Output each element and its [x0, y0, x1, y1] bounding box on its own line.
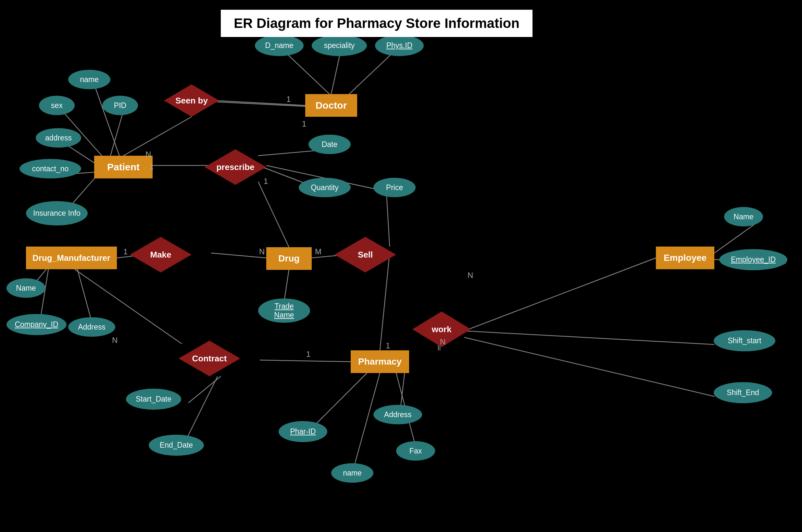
card-seen-doctor: 1 [286, 95, 291, 104]
attr-emp-name: Name [724, 207, 763, 226]
attr-dname: D_name [255, 35, 304, 56]
attr-name: name [68, 70, 110, 89]
svg-line-8 [347, 50, 396, 96]
svg-line-17 [211, 253, 266, 258]
svg-line-11 [217, 102, 306, 107]
entity-drug: Drug [266, 247, 312, 270]
svg-line-6 [282, 50, 331, 96]
svg-line-10 [123, 117, 192, 156]
attr-quantity: Quantity [299, 178, 351, 197]
attr-contact: contact_no [19, 159, 81, 178]
attr-trade-name: Trade Name [258, 299, 310, 323]
attr-phar-fax: Fax [396, 441, 435, 461]
attr-company-id: Company_ID [6, 314, 67, 335]
card-make-drug: N [259, 247, 265, 256]
card-seen-patient-1: 1 [302, 119, 306, 129]
svg-line-24 [380, 253, 390, 350]
card-make-mfr: 1 [123, 247, 128, 256]
attr-shift-end: Shift_End [714, 382, 772, 403]
card-contract-phar: 1 [306, 350, 310, 359]
svg-line-23 [284, 269, 289, 302]
attr-phar-id: Phar-ID [278, 421, 327, 442]
attr-date: Date [308, 135, 351, 154]
attr-address-patient: address [36, 128, 81, 148]
entity-patient: Patient [94, 156, 152, 178]
attr-phar-address: Address [373, 405, 422, 424]
svg-line-36 [464, 258, 656, 331]
entity-employee: Employee [656, 247, 714, 269]
card-work-emp: N [468, 271, 473, 280]
card-prescribe-1: 1 [149, 162, 153, 171]
svg-line-16 [258, 182, 289, 247]
svg-line-40 [464, 337, 714, 396]
attr-start-date: Start_Date [126, 388, 181, 410]
attr-sex: sex [39, 96, 75, 115]
attr-phar-name: name [331, 463, 373, 483]
svg-line-9 [216, 100, 305, 106]
card-prescribe-drug: 1 [263, 177, 268, 186]
card-prescribe-n: N [145, 150, 151, 159]
attr-employee-id: Employee_ID [719, 249, 787, 270]
attr-phys-id: Phys.ID [375, 35, 424, 56]
attr-end-date: End_Date [149, 435, 204, 456]
entity-doctor: Doctor [305, 94, 357, 117]
svg-line-7 [331, 50, 341, 94]
entity-drug-mfr: Drug_Manufacturer [26, 247, 117, 269]
attr-mfr-address: Address [68, 317, 115, 337]
attr-pid: PID [102, 96, 138, 115]
svg-line-31 [354, 373, 380, 467]
card-work-phar-1: 1 [386, 341, 390, 350]
diagram-title: ER Diagram for Pharmacy Store Informatio… [221, 10, 532, 37]
svg-line-39 [464, 331, 714, 344]
attr-speciality: speciality [312, 35, 367, 56]
svg-line-25 [386, 191, 390, 247]
card-sell-drug: M [315, 247, 322, 256]
attr-shift-start: Shift_start [714, 330, 776, 351]
attr-price: Price [373, 178, 416, 197]
entity-pharmacy: Pharmacy [351, 350, 409, 373]
card-contract-mfr: N [112, 336, 117, 345]
card-work-phar-n: N [440, 337, 445, 346]
attr-mfr-name: Name [6, 278, 45, 298]
svg-line-27 [260, 360, 351, 362]
attr-insurance: Insurance Info [26, 201, 88, 225]
